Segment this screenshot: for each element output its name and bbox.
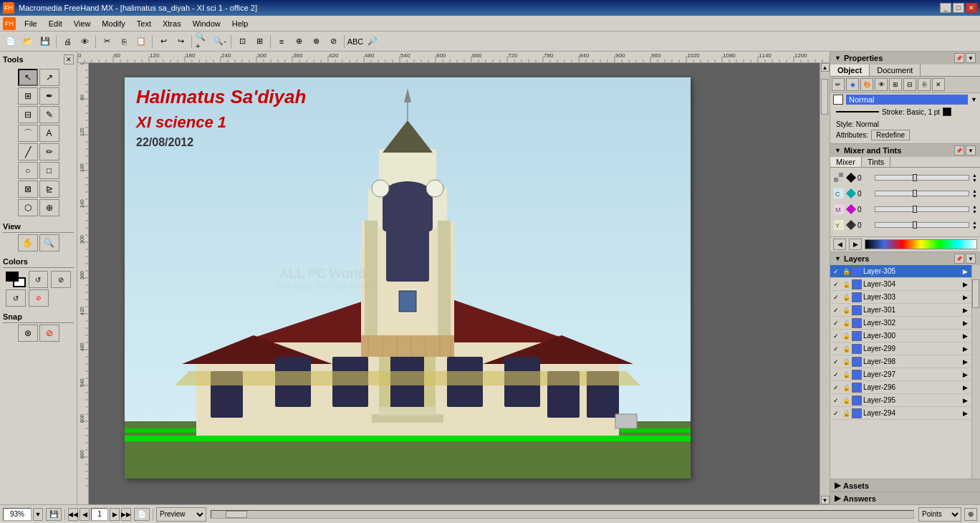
scale-tool[interactable]: ⊞ bbox=[18, 87, 38, 105]
channel3-slider[interactable] bbox=[875, 206, 969, 212]
layer-expand-icon[interactable]: ▶ bbox=[963, 281, 970, 288]
layer-item[interactable]: ✓ 🔒 Layer-294 ▶ bbox=[830, 407, 971, 420]
channel1-thumb[interactable] bbox=[913, 174, 917, 181]
layer-expand-icon[interactable]: ▶ bbox=[963, 320, 970, 327]
text-tool[interactable]: A bbox=[39, 125, 59, 142]
layer-expand-icon[interactable]: ▶ bbox=[963, 371, 970, 378]
swap-colors-button[interactable]: ↺ bbox=[29, 271, 49, 288]
channel3-thumb[interactable] bbox=[913, 206, 917, 213]
layer-expand-icon[interactable]: ▶ bbox=[963, 294, 970, 301]
properties-pin-button[interactable]: 📌 bbox=[954, 53, 964, 63]
close-button[interactable]: ✕ bbox=[966, 3, 977, 13]
align-button[interactable]: ≡ bbox=[274, 34, 289, 49]
subselect-tool[interactable]: ↗ bbox=[39, 69, 59, 86]
zoom-out-button[interactable]: 🔍- bbox=[212, 34, 228, 49]
layer-item[interactable]: ✓ 🔒 Layer-305 ▶ bbox=[830, 265, 971, 278]
layer-expand-icon[interactable]: ▶ bbox=[963, 358, 970, 365]
stroke-color-box[interactable] bbox=[943, 107, 951, 116]
transform-button[interactable]: ⊕ bbox=[291, 34, 307, 49]
spell-button[interactable]: ABC bbox=[347, 34, 363, 49]
canvas-scroll[interactable]: Halimatus Sa'diyah XI science 1 22/08/20… bbox=[89, 63, 820, 504]
zoom-in-button[interactable]: 🔍+ bbox=[195, 34, 211, 49]
maximize-button[interactable]: □ bbox=[953, 3, 964, 13]
mixer-right-button[interactable]: ▶ bbox=[849, 239, 862, 250]
undo-button[interactable]: ↩ bbox=[155, 34, 171, 49]
layer-item[interactable]: ✓ 🔒 Layer-295 ▶ bbox=[830, 394, 971, 407]
spiral-tool[interactable]: ⊕ bbox=[39, 199, 59, 216]
mixer-left-button[interactable]: ◀ bbox=[833, 239, 846, 250]
snap-to-guides-button[interactable]: ⊘ bbox=[39, 325, 59, 342]
vscroll-thumb[interactable] bbox=[821, 79, 828, 115]
layer-expand-icon[interactable]: ▶ bbox=[963, 384, 970, 391]
menu-help[interactable]: Help bbox=[226, 18, 254, 29]
eyedropper-tool[interactable]: ✒ bbox=[39, 87, 59, 105]
assets-panel[interactable]: ▶ Assets bbox=[830, 479, 980, 491]
tab-object[interactable]: Object bbox=[830, 64, 870, 76]
menu-file[interactable]: File bbox=[19, 18, 43, 29]
props-copy-icon[interactable]: ⎘ bbox=[918, 78, 931, 91]
hand-tool[interactable]: ✋ bbox=[18, 234, 38, 251]
tab-document[interactable]: Document bbox=[870, 64, 921, 76]
zoom-tool[interactable]: 🔍 bbox=[39, 234, 59, 251]
pointer-tool[interactable]: ↖ bbox=[18, 69, 38, 86]
tab-tints[interactable]: Tints bbox=[862, 157, 890, 167]
channel4-thumb[interactable] bbox=[913, 221, 917, 229]
menu-xtras[interactable]: Xtras bbox=[157, 18, 187, 29]
mixer-pin-button[interactable]: 📌 bbox=[954, 145, 964, 155]
channel4-slider[interactable] bbox=[875, 222, 969, 228]
channel2-slider[interactable] bbox=[875, 191, 969, 196]
page-input[interactable] bbox=[91, 508, 108, 521]
preview-button[interactable]: 👁 bbox=[77, 34, 92, 49]
channel4-down-arrow[interactable]: ▼ bbox=[972, 225, 977, 230]
props-paint-icon[interactable]: 🎨 bbox=[860, 78, 873, 91]
layer-expand-icon[interactable]: ▶ bbox=[963, 307, 970, 314]
view-select[interactable]: Preview Fast Display Keyline bbox=[156, 507, 206, 522]
new-button[interactable]: 📄 bbox=[3, 34, 19, 49]
page-forward-button[interactable]: ▶ bbox=[110, 508, 120, 521]
tab-mixer[interactable]: Mixer bbox=[830, 157, 862, 167]
channel1-slider[interactable] bbox=[875, 175, 969, 181]
layer-item[interactable]: ✓ 🔒 Layer-301 ▶ bbox=[830, 304, 971, 317]
channel3-up-arrow[interactable]: ▲ bbox=[972, 204, 977, 209]
page-back-button[interactable]: ◀ bbox=[80, 508, 90, 521]
props-pencil-icon[interactable]: ✏ bbox=[832, 78, 845, 91]
menu-modify[interactable]: Modify bbox=[96, 18, 130, 29]
layer-expand-icon[interactable]: ▶ bbox=[963, 397, 970, 404]
layers-pin-button[interactable]: 📌 bbox=[954, 254, 964, 264]
snap-to-grid-button[interactable]: ⊛ bbox=[18, 325, 38, 342]
stroke-box[interactable] bbox=[6, 272, 19, 282]
knife-tool[interactable]: ⊵ bbox=[39, 181, 59, 198]
copy-button[interactable]: ⎘ bbox=[116, 34, 132, 49]
channel1-down-arrow[interactable]: ▼ bbox=[972, 178, 977, 183]
props-grid2-icon[interactable]: ⊟ bbox=[903, 78, 916, 91]
layer-item[interactable]: ✓ 🔒 Layer-304 ▶ bbox=[830, 278, 971, 291]
paste-button[interactable]: 📋 bbox=[133, 34, 149, 49]
redo-button[interactable]: ↪ bbox=[173, 34, 188, 49]
color-gradient-bar[interactable] bbox=[865, 239, 977, 249]
ellipse-tool[interactable]: ○ bbox=[18, 162, 38, 179]
layer-expand-icon[interactable]: ▶ bbox=[963, 410, 970, 417]
print-button[interactable]: 🖨 bbox=[59, 34, 75, 49]
polygon-tool[interactable]: ⬡ bbox=[18, 199, 38, 216]
line-tool[interactable]: ╱ bbox=[18, 143, 38, 160]
zoom-dropdown-button[interactable]: ▼ bbox=[33, 508, 43, 521]
answers-panel[interactable]: ▶ Answers bbox=[830, 491, 980, 504]
props-eye-icon[interactable]: 👁 bbox=[875, 78, 888, 91]
channel2-down-arrow[interactable]: ▼ bbox=[972, 193, 977, 198]
layer-expand-icon[interactable]: ▶ bbox=[963, 268, 970, 275]
style-dropdown-arrow[interactable]: ▼ bbox=[971, 96, 977, 103]
props-color-icon[interactable]: ◆ bbox=[846, 78, 859, 91]
vscroll-up-button[interactable]: ▲ bbox=[821, 63, 830, 72]
document-settings-button[interactable]: 📄 bbox=[134, 508, 150, 521]
channel3-down-arrow[interactable]: ▼ bbox=[972, 209, 977, 214]
open-button[interactable]: 📂 bbox=[20, 34, 36, 49]
channel4-up-arrow[interactable]: ▲ bbox=[972, 220, 977, 225]
toolbox-close-button[interactable]: ✕ bbox=[64, 54, 74, 64]
page-prev-button[interactable]: ◀◀ bbox=[68, 508, 78, 521]
save-button[interactable]: 💾 bbox=[37, 34, 53, 49]
pencil-tool[interactable]: ✏ bbox=[39, 143, 59, 160]
page-last-button[interactable]: ▶▶ bbox=[121, 508, 131, 521]
save-status-button[interactable]: 💾 bbox=[46, 508, 62, 521]
join-button[interactable]: ⊗ bbox=[308, 34, 324, 49]
redefine-button[interactable]: Redefine bbox=[871, 130, 910, 140]
